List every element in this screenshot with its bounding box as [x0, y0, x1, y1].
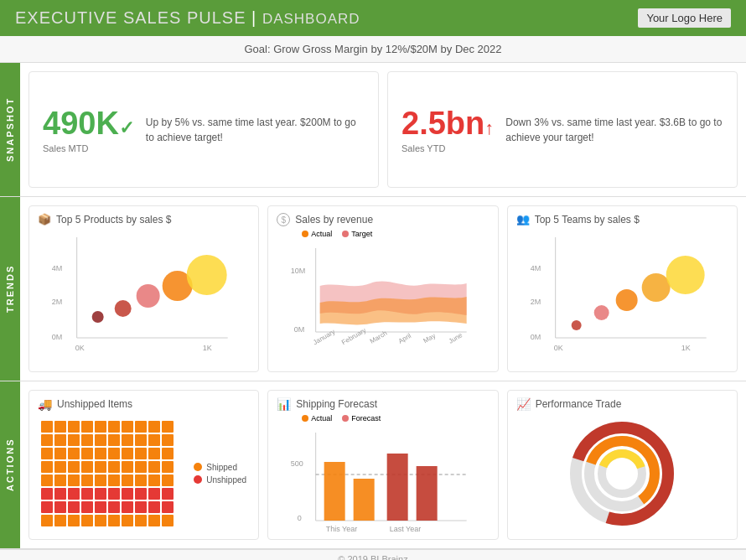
unshipped-dot: [194, 475, 202, 484]
waffle-cell: [54, 461, 66, 473]
waffle-cell: [68, 448, 80, 459]
waffle-cell: [54, 421, 66, 433]
products-icon: 📦: [38, 213, 51, 226]
legend-unshipped: Unshipped: [194, 475, 246, 485]
forecast-icon: 📊: [277, 397, 291, 411]
performance-title: 📈 Performance Trade: [516, 397, 728, 411]
performance-chart-area: [516, 414, 728, 532]
forecast-legend-actual: Actual: [302, 414, 332, 423]
waffle-cell: [68, 501, 80, 513]
products-title: 📦 Top 5 Products by sales $: [38, 213, 250, 226]
waffle-cell: [122, 515, 133, 526]
unshipped-icon: 🚚: [38, 397, 52, 411]
waffle-cell: [54, 488, 66, 500]
snapshot-ytd-value: 2.5bn↑: [401, 106, 494, 142]
waffle-cell: [148, 501, 160, 513]
actions-content: 🚚 Unshipped Items: [20, 381, 746, 548]
waffle-cell: [95, 515, 106, 526]
bar-thisyear-1: [324, 462, 345, 521]
title-separator: |: [251, 8, 262, 27]
waffle-cell: [81, 421, 93, 433]
teams-title-text: Top 5 Teams by sales $: [535, 214, 640, 226]
waffle-cell: [162, 501, 174, 513]
svg-text:April: April: [397, 332, 413, 345]
revenue-svg: 10M 0M January February March April: [277, 240, 489, 349]
teams-title: 👥 Top 5 Teams by sales $: [516, 213, 728, 226]
waffle-cell: [162, 488, 174, 500]
trends-label: TRENDS: [0, 197, 20, 381]
waffle-cell: [162, 461, 174, 473]
waffle-cell: [135, 474, 147, 486]
waffle-cell: [68, 421, 80, 433]
waffle-cell: [81, 434, 93, 446]
waffle-cell: [108, 474, 120, 486]
snapshot-mtd-info: 490K✓ Sales MTD: [43, 106, 134, 153]
waffle-cell: [122, 448, 133, 459]
waffle-cell: [135, 461, 147, 473]
snapshot-label: SNAPSHOT: [0, 63, 20, 196]
legend-target: Target: [342, 230, 372, 238]
svg-point-31: [615, 289, 637, 311]
snapshot-row: SNAPSHOT 490K✓ Sales MTD Up by 5% vs. sa…: [0, 63, 746, 197]
trend-card-revenue: $ Sales by revenue Actual Target: [267, 205, 498, 372]
action-card-forecast: 📊 Shipping Forecast Actual Forecast: [267, 390, 498, 540]
footer-text: © 2019 BI Brainz: [338, 554, 407, 560]
svg-text:February: February: [340, 326, 367, 346]
revenue-legend: Actual Target: [302, 230, 489, 238]
teams-svg: 4M 2M 0M 0K 1K: [516, 229, 728, 355]
waffle-cell: [122, 501, 133, 513]
trend-card-teams: 👥 Top 5 Teams by sales $ 4M 2M 0M 0K: [507, 205, 738, 372]
waffle-cell: [68, 461, 80, 473]
svg-text:4M: 4M: [52, 264, 63, 272]
waffle-cell: [162, 515, 174, 526]
snapshot-content: 490K✓ Sales MTD Up by 5% vs. same time l…: [20, 63, 746, 196]
svg-text:1K: 1K: [203, 344, 212, 352]
waffle-cell: [135, 501, 147, 513]
waffle-cell: [162, 448, 174, 459]
goal-bar: Goal: Grow Gross Margin by 12%/$20M by D…: [0, 36, 746, 63]
svg-text:0K: 0K: [75, 344, 85, 352]
svg-text:0: 0: [298, 514, 302, 522]
forecast-title-text: Shipping Forecast: [296, 398, 377, 410]
waffle-cell: [108, 488, 120, 500]
waffle-cell: [95, 434, 106, 446]
waffle-cell: [122, 461, 133, 473]
actions-row: ACTIONS 🚚 Unshipped Items: [0, 381, 746, 549]
waffle-cell: [135, 434, 147, 446]
waffle-cell: [108, 501, 120, 513]
waffle-cell: [81, 515, 93, 526]
waffle-cell: [54, 448, 66, 459]
logo: Your Logo Here: [638, 8, 731, 28]
waffle-cell: [95, 474, 106, 486]
waffle-cell: [148, 461, 160, 473]
waffle-cell: [41, 434, 53, 446]
teams-icon: 👥: [516, 213, 530, 226]
header: EXECUTIVE SALES PULSE | DASHBOARD Your L…: [0, 0, 746, 36]
waffle-cell: [148, 488, 160, 500]
svg-text:4M: 4M: [530, 264, 541, 272]
products-title-text: Top 5 Products by sales $: [56, 214, 171, 226]
dashboard: EXECUTIVE SALES PULSE | DASHBOARD Your L…: [0, 0, 746, 560]
forecast-actual-dot: [302, 415, 308, 422]
svg-text:2M: 2M: [52, 298, 63, 306]
waffle-cell: [95, 501, 106, 513]
performance-svg: [563, 415, 681, 532]
waffle-cell: [95, 448, 106, 459]
sections: SNAPSHOT 490K✓ Sales MTD Up by 5% vs. sa…: [0, 63, 746, 549]
footer: © 2019 BI Brainz: [0, 549, 746, 560]
svg-point-8: [115, 300, 132, 317]
waffle-cell: [135, 421, 147, 433]
waffle-cell: [95, 421, 106, 433]
waffle-cell: [122, 474, 133, 486]
waffle-cell: [162, 421, 174, 433]
forecast-svg: 500 0 This Year: [277, 424, 489, 542]
waffle-cell: [148, 434, 160, 446]
forecast-dot: [342, 415, 349, 422]
teams-chart: 4M 2M 0M 0K 1K: [516, 229, 728, 365]
svg-point-7: [92, 311, 104, 323]
waffle-cell: [68, 434, 80, 446]
performance-icon: 📈: [516, 397, 531, 411]
waffle-cell: [41, 474, 53, 486]
waffle-cell: [95, 488, 106, 500]
waffle-cell: [54, 474, 66, 486]
